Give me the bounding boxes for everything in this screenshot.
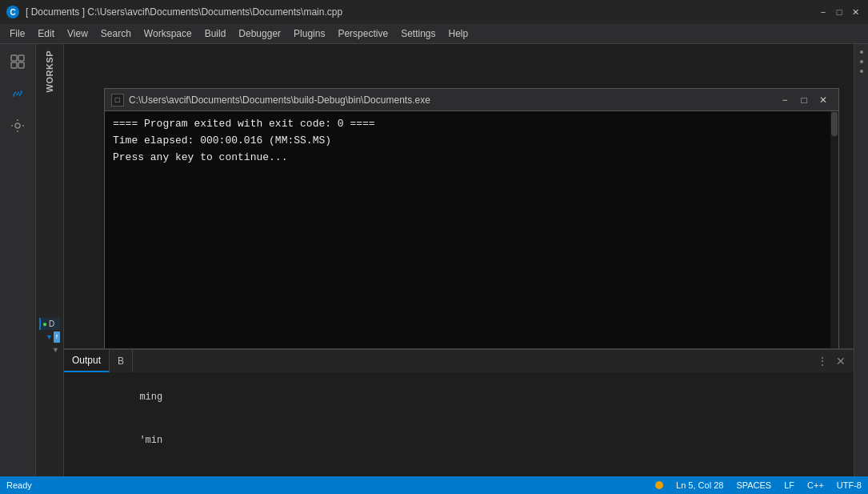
workspace-sidebar-icon[interactable] (3, 47, 32, 76)
menu-view[interactable]: View (61, 26, 94, 42)
menu-search[interactable]: Search (94, 26, 138, 42)
menu-edit[interactable]: Edit (31, 26, 61, 42)
app-icon: C (6, 6, 19, 18)
svg-rect-1 (18, 55, 24, 61)
status-lf[interactable]: LF (784, 480, 794, 490)
bottom-panel-content: ming 'min oper === Build completed succe… (64, 372, 854, 476)
output-tab-label: Output (72, 355, 101, 366)
svg-point-4 (15, 123, 20, 128)
content-right: ▢ C:\Users\avcif\Documents\Documents\bui… (64, 44, 854, 476)
terminal-line-1: ==== Program exited with exit code: 0 ==… (113, 116, 830, 133)
right-sidebar-dot-1 (860, 50, 863, 54)
terminal-titlebar: ▢ C:\Users\avcif\Documents\Documents\bui… (105, 89, 838, 111)
terminal-scrollbar[interactable] (830, 111, 838, 348)
link-icon[interactable] (3, 79, 32, 108)
output-line-3: oper (70, 462, 847, 476)
menu-settings[interactable]: Settings (394, 26, 442, 42)
status-ready: Ready (6, 480, 32, 490)
terminal-line-2: Time elapsed: 000:00.016 (MM:SS.MS) (113, 133, 830, 150)
status-lang[interactable]: C++ (807, 480, 824, 490)
menu-file[interactable]: File (3, 26, 31, 42)
svg-rect-2 (11, 62, 17, 68)
editor-area: ▢ C:\Users\avcif\Documents\Documents\bui… (64, 44, 854, 348)
terminal-maximize-button[interactable]: □ (795, 92, 813, 108)
minimize-button[interactable]: − (817, 6, 830, 18)
main-area: Worksp ● D ▼ f ▼ (0, 44, 868, 476)
status-encoding[interactable]: UTF-8 (837, 480, 862, 490)
terminal-close-button[interactable]: ✕ (814, 92, 832, 108)
status-indicator (655, 481, 663, 489)
status-spaces[interactable]: SPACES (736, 480, 771, 490)
terminal-title: C:\Users\avcif\Documents\Documents\build… (129, 94, 776, 106)
terminal-minimize-button[interactable]: − (776, 92, 794, 108)
svg-rect-3 (18, 62, 24, 68)
close-button[interactable]: ✕ (849, 6, 862, 18)
bottom-panel-close-button[interactable]: ✕ (831, 355, 850, 367)
menu-build[interactable]: Build (198, 26, 233, 42)
terminal-window: ▢ C:\Users\avcif\Documents\Documents\bui… (104, 88, 839, 348)
output-line-1: ming (70, 376, 847, 419)
terminal-line-3: Press any key to continue... (113, 150, 830, 167)
window-controls: − □ ✕ (817, 6, 862, 18)
svg-rect-0 (11, 55, 17, 61)
build-tab[interactable]: B (110, 350, 133, 372)
terminal-body: ==== Program exited with exit code: 0 ==… (105, 111, 838, 348)
right-sidebar (854, 44, 868, 476)
title-bar: C [ Documents ] C:\Users\avcif\Documents… (0, 0, 868, 24)
status-bar: Ready Ln 5, Col 28 SPACES LF C++ UTF-8 (0, 476, 868, 494)
menu-help[interactable]: Help (442, 26, 475, 42)
bottom-panel: Output B ⋮ ✕ ming 'min (64, 348, 854, 476)
menu-bar: File Edit View Search Workspace Build De… (0, 24, 868, 44)
maximize-button[interactable]: □ (833, 6, 846, 18)
build-tab-label: B (118, 355, 124, 367)
workspace-panel: Worksp ● D ▼ f ▼ (36, 44, 64, 476)
terminal-exe-icon: ▢ (111, 94, 124, 106)
bottom-panel-menu-button[interactable]: ⋮ (814, 355, 831, 367)
menu-plugins[interactable]: Plugins (287, 26, 331, 42)
terminal-controls: − □ ✕ (776, 92, 832, 108)
menu-workspace[interactable]: Workspace (138, 26, 198, 42)
terminal-scroll-thumb (831, 112, 838, 136)
tools-icon[interactable] (3, 111, 32, 140)
bottom-panel-tabs: Output B ⋮ ✕ (64, 350, 854, 372)
right-sidebar-dot-2 (860, 60, 863, 63)
workspace-label-container: Worksp (36, 44, 63, 476)
output-line-2: 'min (70, 419, 847, 462)
status-ln-col[interactable]: Ln 5, Col 28 (676, 480, 723, 490)
menu-debugger[interactable]: Debugger (232, 26, 287, 42)
app-window: C [ Documents ] C:\Users\avcif\Documents… (0, 0, 868, 494)
right-sidebar-dot-3 (860, 70, 863, 73)
left-sidebar (0, 44, 36, 476)
workspace-panel-label[interactable]: Worksp (45, 50, 54, 93)
menu-perspective[interactable]: Perspective (331, 26, 394, 42)
title-text: [ Documents ] C:\Users\avcif\Documents\D… (26, 6, 810, 18)
output-tab[interactable]: Output (64, 350, 110, 372)
